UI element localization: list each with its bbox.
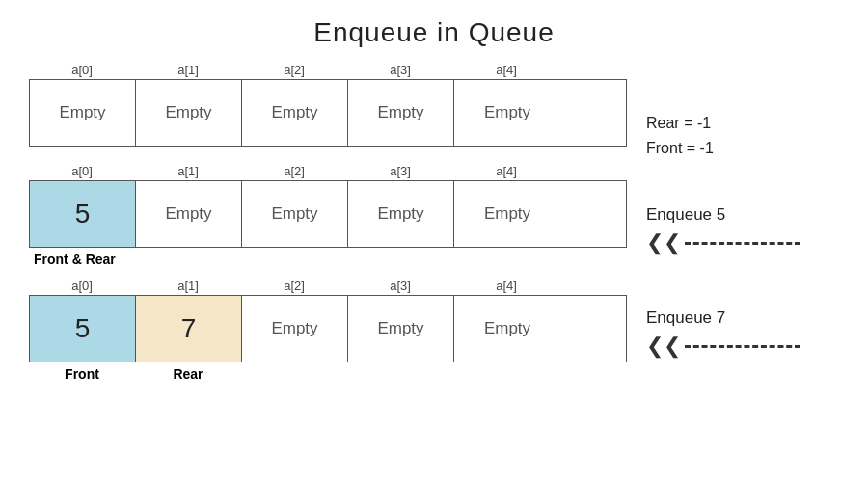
footer-rear: Rear (135, 362, 241, 382)
label-a1-r1: a[1] (135, 63, 241, 77)
queue-cell-r3-3: Empty (348, 296, 454, 362)
dashed-line-1 (685, 242, 800, 245)
arrow-dashed-2: ❮❮ (646, 334, 800, 359)
label-a3-r3: a[3] (347, 279, 453, 293)
dashed-line-2 (685, 345, 800, 348)
queue-cell-r2-0: 5 (30, 181, 136, 247)
right-info-panel: Rear = -1 Front = -1 Enqueue 5 ❮❮ Enqueu… (627, 63, 839, 389)
label-a3-r2: a[3] (347, 164, 453, 178)
queue-row-3: 5 7 Empty Empty Empty (29, 295, 627, 362)
label-a2-r3: a[2] (241, 279, 347, 293)
queue-row-1: Empty Empty Empty Empty Empty (29, 79, 627, 147)
queue-cell-r1-2: Empty (242, 80, 348, 146)
queue-section-2: a[0] a[1] a[2] a[3] a[4] 5 Empty Empty E… (29, 164, 627, 267)
enqueue-5-label: Enqueue 5 (646, 205, 725, 225)
queue-cell-r3-4: Empty (454, 296, 560, 362)
queue-cell-r1-0: Empty (30, 80, 136, 146)
queue-row-2: 5 Empty Empty Empty Empty (29, 180, 627, 248)
queue-labels-3: a[0] a[1] a[2] a[3] a[4] (29, 279, 627, 293)
label-a0-r2: a[0] (29, 164, 135, 178)
queue-diagram: a[0] a[1] a[2] a[3] a[4] Empty Empty Emp… (29, 63, 627, 389)
arrow-head-2: ❮❮ (646, 334, 681, 359)
label-a4-r1: a[4] (453, 63, 559, 77)
queue-cell-r1-1: Empty (136, 80, 242, 146)
footer-front: Front (29, 362, 135, 382)
queue-labels-1: a[0] a[1] a[2] a[3] a[4] (29, 63, 627, 77)
label-a1-r2: a[1] (135, 164, 241, 178)
front-status: Front = -1 (646, 136, 714, 161)
queue-footer-2: Front & Rear (29, 248, 627, 267)
queue-cell-r2-4: Empty (454, 181, 560, 247)
enqueue-block-1: Enqueue 5 ❮❮ (646, 185, 839, 277)
queue-cell-r1-4: Empty (454, 80, 560, 146)
label-a0-r3: a[0] (29, 279, 135, 293)
label-a4-r2: a[4] (453, 164, 559, 178)
queue-cell-r3-2: Empty (242, 296, 348, 362)
arrow-dashed-1: ❮❮ (646, 230, 800, 255)
queue-footer-3: Front Rear (29, 362, 627, 382)
footer-front-rear: Front & Rear (29, 248, 241, 267)
label-a2-r1: a[2] (241, 63, 347, 77)
queue-cell-r3-0: 5 (30, 296, 136, 362)
queue-cell-r2-1: Empty (136, 181, 242, 247)
rear-status: Rear = -1 (646, 111, 711, 136)
label-a2-r2: a[2] (241, 164, 347, 178)
status-block-1: Rear = -1 Front = -1 (646, 83, 839, 174)
page-title: Enqueue in Queue (0, 0, 868, 58)
queue-section-1: a[0] a[1] a[2] a[3] a[4] Empty Empty Emp… (29, 63, 627, 147)
queue-cell-r2-2: Empty (242, 181, 348, 247)
enqueue-7-label: Enqueue 7 (646, 308, 725, 328)
queue-cell-r1-3: Empty (348, 80, 454, 146)
label-a0-r1: a[0] (29, 63, 135, 77)
queue-cell-r2-3: Empty (348, 181, 454, 247)
arrow-head-1: ❮❮ (646, 230, 681, 255)
label-a1-r3: a[1] (135, 279, 241, 293)
enqueue-block-2: Enqueue 7 ❮❮ (646, 287, 839, 379)
label-a3-r1: a[3] (347, 63, 453, 77)
label-a4-r3: a[4] (453, 279, 559, 293)
queue-section-3: a[0] a[1] a[2] a[3] a[4] 5 7 Empty Empty… (29, 279, 627, 382)
queue-cell-r3-1: 7 (136, 296, 242, 362)
queue-labels-2: a[0] a[1] a[2] a[3] a[4] (29, 164, 627, 178)
